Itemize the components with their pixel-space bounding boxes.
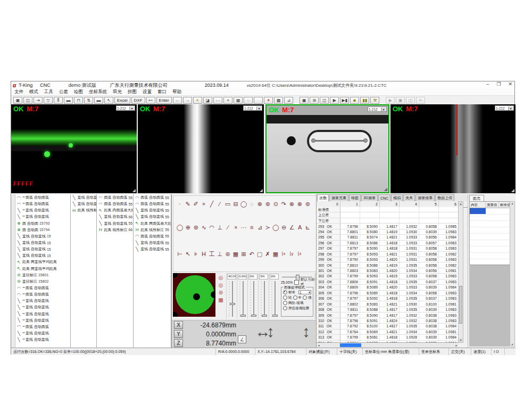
table-row[interactable]: 312OK7.87648.50691.48211.09340.80391.098… — [317, 330, 459, 335]
list-item[interactable]: ◠圆弧自动圆弧55 — [97, 201, 133, 207]
angle-vertex-tool-icon[interactable]: ⊿ — [256, 224, 263, 231]
sphere2-tool-icon[interactable]: ⊗ — [296, 200, 303, 208]
ring-select-icon-2[interactable]: ◎ — [219, 282, 223, 288]
table-row[interactable]: 299OK7.87908.50931.48201.09310.80581.098… — [317, 257, 459, 262]
master-light-slider[interactable] — [282, 274, 312, 279]
ring-gauge-tool-icon[interactable]: ⊛ — [193, 224, 199, 231]
depth-tool-icon[interactable]: ⊥ — [217, 250, 223, 258]
calculator-icon[interactable]: ▦ — [272, 250, 279, 258]
coord-z-icon[interactable]: ⌊z — [296, 250, 303, 258]
circle-target2-tool-icon[interactable]: ⊛ — [264, 200, 271, 208]
list-item[interactable]: ╲***直线自动直线 — [15, 336, 70, 343]
list-item[interactable]: ╲***直线自动直线 — [15, 207, 70, 213]
slider-thumb[interactable] — [296, 275, 300, 281]
scroll-thumb[interactable] — [340, 343, 361, 347]
play-disabled-icon[interactable]: ▶ — [386, 97, 395, 104]
mid-level-radio[interactable] — [293, 295, 297, 300]
intersect-tool-icon[interactable]: × — [232, 224, 239, 231]
list-item[interactable]: ◠***圆弧自动圆弧 — [15, 324, 70, 330]
list-item[interactable]: ╲直线自动直线55 — [97, 220, 133, 227]
matrix-tool-icon[interactable]: ▦ — [232, 250, 239, 258]
scroll-thumb[interactable] — [459, 286, 462, 324]
list-item[interactable]: ⊕圆自动圆15793 — [15, 220, 70, 227]
table-row[interactable]: 300OK7.88108.50861.48191.09350.80581.098… — [317, 262, 459, 268]
jog-z-icon[interactable]: ↕ — [302, 324, 310, 340]
parallel-lines-tool-icon[interactable]: ≡ — [248, 224, 255, 231]
fixture-icon[interactable]: ⊓ — [74, 97, 83, 104]
light-channel-slider-4[interactable]: 3% — [258, 273, 269, 319]
menu-item-模式[interactable]: 模式 — [29, 89, 38, 95]
table-row[interactable]: 302OK7.87998.50931.48151.09330.80581.098… — [317, 274, 459, 279]
table-row[interactable]: 303OK7.88068.50911.48181.09350.80371.098… — [317, 279, 459, 285]
scroll-right-icon[interactable]: ► — [454, 344, 459, 347]
resize-grip-icon[interactable]: ◢ — [260, 188, 263, 193]
cross-lines-tool-icon[interactable]: × — [201, 200, 207, 208]
chart-icon[interactable]: ⊿ — [284, 97, 293, 104]
open-file-icon[interactable]: ◫ — [23, 97, 32, 104]
distance-step-tool-icon[interactable]: ⊧ — [193, 250, 199, 258]
empty-row[interactable] — [470, 253, 510, 259]
menu-item-绘图[interactable]: 绘图 — [74, 89, 83, 95]
empty-row[interactable] — [470, 221, 510, 227]
camera-view-icon[interactable]: ▬ — [64, 97, 73, 104]
list-item[interactable]: ╲直线自动直线55 — [134, 213, 171, 220]
list-item[interactable]: ◠***圆弧自动圆弧 — [15, 291, 70, 298]
selected-cell[interactable] — [470, 208, 486, 214]
dash-tool-button[interactable]: - - — [213, 97, 223, 104]
list-item[interactable]: ╲***直线自动直线 — [15, 304, 70, 310]
table-row[interactable]: 313OK7.87998.50811.48181.09280.80391.098… — [317, 335, 459, 340]
tab-测量报单[interactable]: 测量报单 — [415, 194, 435, 201]
ellipse-tool-icon[interactable]: ⊜ — [304, 200, 311, 208]
scroll-down-icon[interactable]: ▼ — [459, 338, 463, 342]
polar-toggle-button[interactable]: ∠ — [238, 335, 246, 343]
list-item[interactable]: ╲直线自动直线15 — [15, 240, 70, 246]
focus-plane-tool-icon[interactable]: ✎ — [185, 200, 191, 208]
list-item[interactable]: ╲***直线自动直线 — [15, 213, 70, 220]
tab-数据上传[interactable]: 数据上传 — [435, 194, 454, 201]
pause-icon[interactable]: ▮▮ — [360, 97, 369, 104]
table-row[interactable]: 297OK7.87978.50901.48181.09310.80581.098… — [317, 246, 459, 251]
angle3-tool-icon[interactable]: ⊾ — [305, 224, 311, 231]
light-channel-slider-3[interactable]: 0% — [247, 273, 258, 319]
circle-target-tool-icon[interactable]: ⊕ — [256, 200, 263, 208]
save-disabled-icon[interactable]: ▣ — [396, 97, 405, 104]
table-row[interactable]: 310OK7.87968.50911.48241.09320.80381.098… — [317, 318, 459, 324]
list-item[interactable]: ╲直线自动直线34 — [71, 201, 97, 207]
menu-item-文件[interactable]: 文件 — [14, 89, 23, 95]
delete-icon[interactable]: ✗ — [264, 250, 271, 258]
perpendicular-tool-icon[interactable]: ⊥ — [217, 224, 223, 231]
menu-item-双光[interactable]: 双光 — [113, 89, 122, 95]
minimize-button[interactable]: – — [486, 81, 489, 87]
x-axis-icon[interactable]: X — [174, 321, 183, 329]
mesh-glass-radio[interactable] — [283, 301, 287, 305]
resize-grip-icon[interactable]: ◢ — [511, 188, 514, 193]
empty-row[interactable] — [470, 234, 510, 240]
image-mode-icon[interactable]: ◪ — [203, 97, 212, 104]
open-program-icon[interactable]: ◫ — [320, 97, 329, 104]
dxf-export-button[interactable]: DXF — [131, 97, 145, 104]
empty-row[interactable] — [470, 227, 510, 234]
ring-tool-icon[interactable]: ⊕ — [185, 224, 191, 231]
close-button[interactable]: ✕ — [508, 81, 512, 87]
tab-测量元素[interactable]: 测量元素 — [329, 194, 348, 201]
qr-code-icon[interactable]: ▩ — [274, 97, 283, 104]
y-axis-icon[interactable]: Y — [174, 330, 183, 338]
menu-item-工具[interactable]: 工具 — [44, 89, 53, 95]
camera-view-1[interactable]: OK M:7 FFFFF 1-212▾ ◢ — [11, 104, 137, 193]
stage-updown-icon[interactable]: ⇅ — [84, 97, 93, 104]
list-item[interactable]: ⊖直径标注15801 — [15, 272, 70, 278]
list-item[interactable]: ↖距离内圆弧最大距 — [97, 207, 133, 213]
list-item[interactable]: ◠***圆弧自动圆弧 — [15, 285, 70, 291]
slider-thumb[interactable] — [240, 315, 246, 317]
save-file-icon[interactable]: ▣ — [13, 97, 22, 104]
light-icon[interactable]: ☀ — [193, 97, 202, 104]
table-row[interactable]: 308OK7.88118.50881.48171.09350.80391.098… — [317, 307, 459, 312]
open-disabled-icon[interactable]: ◫ — [406, 97, 415, 104]
ring-light-preview[interactable] — [173, 273, 215, 317]
cut-disabled-icon[interactable]: ✂ — [416, 97, 425, 104]
table-row[interactable]: 294OK7.88018.50801.48191.09300.80391.098… — [317, 229, 459, 235]
circle4-tool-icon[interactable]: ◯ — [272, 224, 279, 231]
width-tool-icon[interactable]: 工 — [209, 250, 215, 258]
slider-thumb[interactable] — [230, 303, 235, 305]
tools-icon[interactable]: ⚒ — [370, 97, 379, 104]
